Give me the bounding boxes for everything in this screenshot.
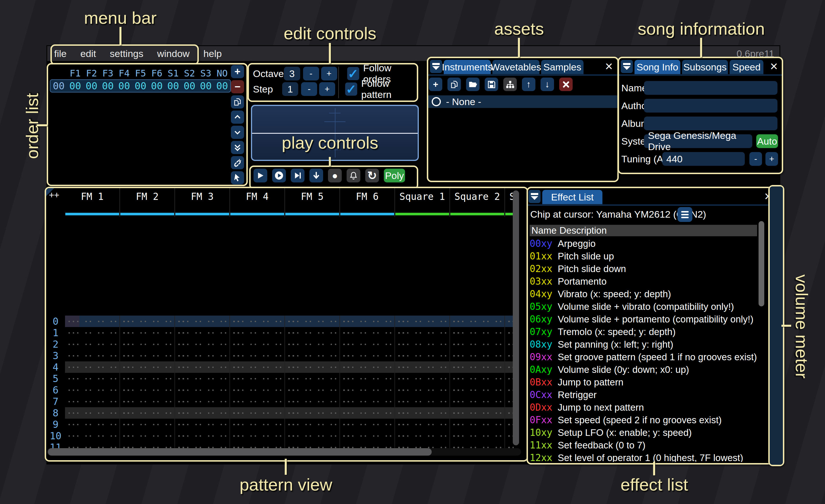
- pattern-cell[interactable]: [230, 407, 285, 419]
- effect-list-scrollbar[interactable]: [759, 221, 764, 307]
- tuning-input[interactable]: 440: [662, 152, 745, 166]
- move-asset-down-button[interactable]: ↓: [540, 78, 554, 91]
- pattern-cell[interactable]: [395, 327, 450, 338]
- save-asset-button[interactable]: [485, 78, 498, 91]
- order-move-up-button[interactable]: [231, 110, 244, 124]
- follow-pattern-checkbox[interactable]: ✓: [345, 82, 357, 96]
- pattern-cell[interactable]: [450, 407, 505, 419]
- pattern-cell[interactable]: [120, 338, 175, 350]
- pattern-cell[interactable]: [65, 373, 120, 384]
- pattern-cell[interactable]: [505, 373, 514, 384]
- pattern-cell[interactable]: [230, 384, 285, 396]
- pattern-cell[interactable]: [230, 430, 285, 441]
- pattern-cell[interactable]: [230, 338, 285, 350]
- pattern-cell[interactable]: [230, 361, 285, 373]
- collapse-icon[interactable]: [430, 60, 442, 73]
- pattern-cell[interactable]: [340, 316, 395, 327]
- album-input[interactable]: [644, 116, 777, 130]
- channel-header-fm-5[interactable]: FM 5: [285, 188, 340, 217]
- pattern-cell[interactable]: [450, 361, 505, 373]
- tab-speed[interactable]: Speed: [730, 60, 763, 74]
- pattern-cell[interactable]: [65, 327, 120, 338]
- pattern-cell[interactable]: [450, 338, 505, 350]
- pattern-vertical-scrollbar[interactable]: [513, 190, 519, 445]
- pattern-cell[interactable]: [450, 350, 505, 361]
- pattern-cell[interactable]: [505, 407, 514, 419]
- channel-header-fm-2[interactable]: FM 2: [120, 188, 175, 217]
- step-decrease-button[interactable]: -: [301, 82, 317, 96]
- pattern-cell[interactable]: [450, 327, 505, 338]
- tuning-decrease-button[interactable]: -: [749, 152, 762, 166]
- close-icon[interactable]: ×: [605, 61, 613, 72]
- pattern-cell[interactable]: [65, 338, 120, 350]
- pattern-options-button[interactable]: ++: [49, 190, 59, 200]
- octave-input[interactable]: 3: [284, 67, 300, 80]
- play-from-cursor-button[interactable]: [272, 169, 286, 182]
- order-cell[interactable]: 00: [149, 80, 165, 92]
- pattern-cell[interactable]: [505, 396, 514, 407]
- channel-header-square-2[interactable]: Square 2: [450, 188, 505, 217]
- pattern-cell[interactable]: [450, 396, 505, 407]
- order-cell[interactable]: 00: [181, 80, 198, 92]
- order-cell[interactable]: 00: [132, 80, 149, 92]
- pattern-cell[interactable]: [395, 338, 450, 350]
- pattern-cell[interactable]: [505, 361, 514, 373]
- pattern-cell[interactable]: [175, 338, 230, 350]
- pattern-cell[interactable]: [230, 327, 285, 338]
- author-input[interactable]: [644, 99, 777, 112]
- order-cell[interactable]: 00: [198, 80, 214, 92]
- order-row[interactable]: 0000000000000000000000: [50, 79, 231, 92]
- pattern-cell[interactable]: [450, 430, 505, 441]
- pattern-cell[interactable]: [65, 396, 120, 407]
- order-duplicate-end-button[interactable]: [231, 141, 244, 154]
- pattern-cell[interactable]: [120, 373, 175, 384]
- pattern-cell[interactable]: [340, 419, 395, 430]
- pattern-cell[interactable]: [340, 384, 395, 396]
- delete-asset-button[interactable]: [559, 78, 573, 91]
- record-button[interactable]: ●: [328, 169, 342, 182]
- collapse-icon[interactable]: [528, 190, 540, 203]
- pattern-cell[interactable]: [120, 419, 175, 430]
- pattern-cell[interactable]: [175, 373, 230, 384]
- order-cell[interactable]: 00: [116, 80, 132, 92]
- channel-header-fm-4[interactable]: FM 4: [230, 188, 285, 217]
- collapse-icon[interactable]: [621, 60, 633, 73]
- pattern-cell[interactable]: [230, 419, 285, 430]
- tab-samples[interactable]: Samples: [541, 60, 584, 74]
- pattern-cell[interactable]: [285, 430, 340, 441]
- menu-item-help[interactable]: help: [197, 48, 229, 59]
- pattern-cell[interactable]: [175, 430, 230, 441]
- pattern-cell[interactable]: [505, 419, 514, 430]
- pattern-cell[interactable]: [285, 361, 340, 373]
- pattern-cell[interactable]: [120, 316, 175, 327]
- pattern-cell[interactable]: [65, 316, 120, 327]
- pattern-cell[interactable]: [395, 407, 450, 419]
- tab-effect-list[interactable]: Effect List: [542, 190, 602, 204]
- pattern-cell[interactable]: [505, 384, 514, 396]
- tuning-increase-button[interactable]: +: [765, 152, 778, 166]
- order-cell[interactable]: 00: [67, 80, 83, 92]
- pattern-cell[interactable]: [340, 396, 395, 407]
- pattern-cell[interactable]: [230, 316, 285, 327]
- effect-list-menu-button[interactable]: [677, 207, 692, 222]
- tab-song-info[interactable]: Song Info: [634, 60, 680, 74]
- pattern-cell[interactable]: [505, 430, 514, 441]
- pattern-cell[interactable]: [285, 350, 340, 361]
- order-move-down-button[interactable]: [231, 126, 244, 139]
- order-cell[interactable]: 00: [165, 80, 181, 92]
- pattern-cell[interactable]: [65, 407, 120, 419]
- pattern-cell[interactable]: [285, 419, 340, 430]
- pattern-cell[interactable]: [340, 430, 395, 441]
- pattern-cell[interactable]: [395, 316, 450, 327]
- order-cell[interactable]: 00: [214, 80, 230, 92]
- pattern-cell[interactable]: [340, 338, 395, 350]
- octave-decrease-button[interactable]: -: [303, 67, 319, 80]
- pattern-cell[interactable]: [230, 373, 285, 384]
- pattern-cell[interactable]: [505, 338, 514, 350]
- pattern-cell[interactable]: [340, 373, 395, 384]
- pattern-cell[interactable]: [395, 350, 450, 361]
- pattern-cell[interactable]: [340, 350, 395, 361]
- step-input[interactable]: 1: [282, 82, 298, 96]
- pattern-cell[interactable]: [65, 430, 120, 441]
- pattern-cell[interactable]: [175, 361, 230, 373]
